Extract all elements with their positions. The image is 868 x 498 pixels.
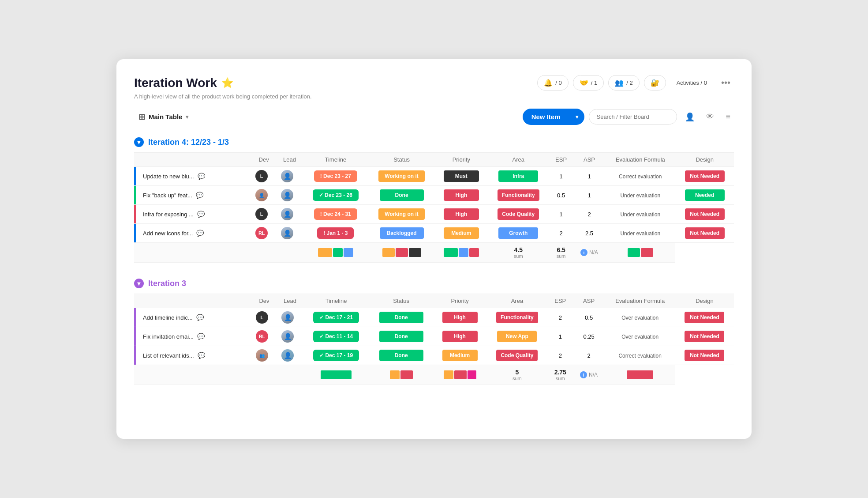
area-badge: Infra [498,170,538,182]
area-badge: Code Quality [496,350,538,361]
status-badge: Done [379,350,423,361]
summary-status [369,365,433,385]
members-btn[interactable]: 👥 / 2 [608,75,639,91]
comment-icon[interactable]: 💬 [196,314,204,321]
col-name [134,294,251,308]
col-status: Status [369,294,433,308]
status-cell: Backlogged [369,224,435,243]
main-table-label: Main Table [149,113,182,121]
notifications-btn[interactable]: 🔔 / 0 [537,75,568,91]
iteration4-title: Iteration 4: 12/23 - 1/3 [148,138,229,147]
avatar: L [255,170,268,182]
item-name-cell: List of relevant ids... 💬 [134,346,251,365]
timeline-badge: ✓ Dec 23 - 26 [313,189,359,201]
star-icon[interactable]: ⭐ [221,77,233,89]
new-item-btn[interactable]: New Item ▾ [523,109,585,125]
priority-badge: High [444,189,479,201]
eye-slash-icon[interactable]: 👁 [703,109,718,124]
header-top: Iteration Work ⭐ 🔔 / 0 🤝 / 1 👥 / 2 🔐 Act… [134,75,734,91]
timeline-badge: ✓ Dec 11 - 14 [313,331,359,342]
summary-eval: i N/A [573,243,605,263]
iteration4-summary-row: 4.5 sum 6.5 sum i N/A [134,243,734,263]
user-profile-btn[interactable]: 👤 [681,109,698,124]
comment-icon[interactable]: 💬 [198,173,205,180]
invites-btn[interactable]: 🤝 / 1 [573,75,604,91]
comment-icon[interactable]: 💬 [197,211,205,218]
dev-cell: 👥 [251,346,277,365]
status-cell: Done [369,186,435,205]
item-name-cell: Add new icons for... 💬 [134,224,251,243]
comment-icon[interactable]: 💬 [197,333,205,340]
toolbar-left: ⊞ Main Table ▾ [134,109,193,124]
dev-cell: L [251,308,277,327]
comment-icon[interactable]: 💬 [196,192,203,199]
priority-cell: High [435,205,488,224]
item-name-cell: Add timeline indic... 💬 [134,308,251,327]
esp-cell: 2 [549,224,573,243]
activities-btn[interactable]: Activities / 0 [670,76,713,89]
eval-cell: Over evaluation [605,327,675,346]
comment-icon[interactable]: 💬 [196,230,204,237]
summary-asp: 2.75 sum [548,365,573,385]
summary-asp: 6.5 sum [549,243,573,263]
iteration3-toggle[interactable]: ▼ [134,279,144,288]
lead-avatar: 👤 [281,311,294,324]
table-row: List of relevant ids... 💬 👥 👤 ✓ Dec 17 -… [134,346,734,365]
dev-cell: 👤 [251,186,277,205]
item-name-cell: Fix "back up" feat... 💬 [134,186,251,205]
search-input[interactable] [589,109,677,124]
iteration4-header: ▼ Iteration 4: 12/23 - 1/3 [134,137,734,147]
col-dev: Dev [251,294,277,308]
iteration3-summary-row: 5 sum 2.75 sum i N/A [134,365,734,385]
area-badge: Growth [498,227,538,239]
priority-cell: Medium [435,224,488,243]
timeline-cell: ✓ Dec 17 - 21 [303,308,369,327]
avatar: 👥 [256,349,268,362]
lead-cell: 👤 [277,167,303,186]
avatar: 👤 [255,189,268,201]
new-item-arrow-icon[interactable]: ▾ [569,109,584,124]
timeline-cell: ! Dec 24 - 31 [303,205,369,224]
col-eval: Evaluation Formula [605,294,675,308]
comment-icon[interactable]: 💬 [198,352,205,359]
priority-badge: High [444,208,479,220]
timeline-badge: ! Dec 24 - 31 [314,208,357,220]
permissions-btn[interactable]: 🔐 [644,75,666,91]
area-badge: Functionality [498,189,539,201]
dev-cell: RL [251,327,277,346]
area-cell: Infra [488,167,549,186]
design-cell: Needed [675,186,734,205]
timeline-cell: ! Jan 1 - 3 [303,224,369,243]
lead-cell: 👤 [277,224,303,243]
iteration3-header: ▼ Iteration 3 [134,279,734,288]
design-badge: Not Needed [685,331,724,342]
priority-badge: Must [444,170,479,182]
lead-cell: 👤 [277,186,303,205]
status-cell: Working on it [369,205,435,224]
main-table-btn[interactable]: ⊞ Main Table ▾ [134,109,193,124]
col-eval: Evaluation Formula [605,153,675,167]
esp-cell: 1 [548,327,573,346]
lead-avatar: 👤 [281,330,294,343]
activities-label: Activities / 0 [677,79,707,86]
priority-cell: Medium [433,346,486,365]
avatar: RL [255,227,268,239]
esp-cell: 0.5 [549,186,573,205]
status-badge: Done [380,189,424,201]
summary-eval: i N/A [573,365,605,385]
lead-cell: 👤 [277,308,303,327]
lead-cell: 👤 [277,205,303,224]
iteration4-toggle[interactable]: ▼ [134,137,144,147]
summary-empty [251,365,277,385]
filter-btn[interactable]: ≡ [722,109,734,124]
avatar: L [256,311,268,324]
esp-cell: 1 [549,205,573,224]
col-timeline: Timeline [303,294,369,308]
dev-cell: L [251,205,277,224]
dev-cell: L [251,167,277,186]
summary-timeline [303,243,369,263]
more-options-btn[interactable]: ••• [718,76,734,90]
area-cell: Growth [488,224,549,243]
esp-cell: 2 [548,308,573,327]
col-esp: ESP [548,294,573,308]
